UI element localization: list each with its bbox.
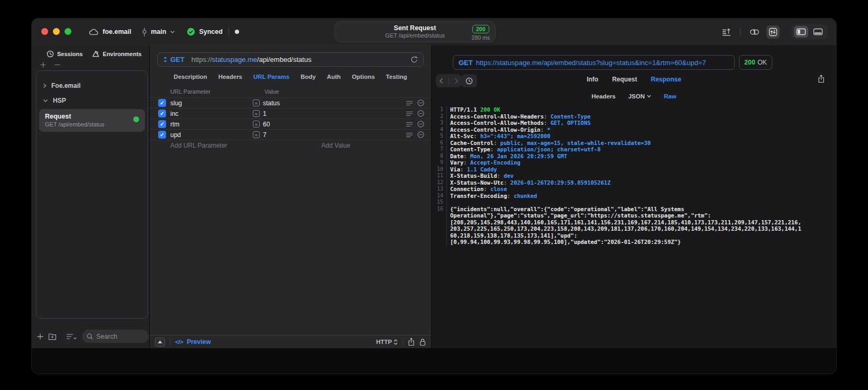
param-enabled-checkbox[interactable]: ✓ xyxy=(158,131,166,139)
request-tab-testing[interactable]: Testing xyxy=(386,74,407,80)
param-value[interactable]: status xyxy=(263,99,406,107)
add-param-name-placeholder[interactable]: Add URL Parameter xyxy=(170,142,227,149)
response-subtab-json[interactable]: JSON xyxy=(628,93,651,99)
response-tab-request[interactable]: Request xyxy=(612,76,637,83)
stepper-chevrons-icon xyxy=(394,339,398,345)
response-raw-view[interactable]: 1HTTP/1.1 200 OK2Access-Control-Allow-He… xyxy=(432,104,836,348)
param-row[interactable]: ✓slug=status xyxy=(150,97,431,108)
request-tab-description[interactable]: Description xyxy=(173,74,207,80)
param-enabled-checkbox[interactable]: ✓ xyxy=(158,110,166,117)
activity-pill[interactable]: Sent Request GET /api/embed/status 200 2… xyxy=(334,21,496,42)
branch-name[interactable]: main xyxy=(151,28,166,35)
request-list-item-selected[interactable]: Request GET /api/embed/status xyxy=(39,109,145,132)
column-url-parameter: URL Parameter xyxy=(170,88,211,95)
bottom-panel-toggle-icon[interactable] xyxy=(811,26,825,38)
chevron-down-icon[interactable] xyxy=(170,30,175,34)
param-value[interactable]: 60 xyxy=(263,121,406,128)
protocol-select[interactable]: HTTP xyxy=(376,339,398,345)
sent-url: https://statuspage.me/api/embed/status?s… xyxy=(476,59,706,67)
line-content: Alt-Svc: h3=":443"; ma=2592000 xyxy=(450,133,551,140)
param-enabled-checkbox[interactable]: ✓ xyxy=(158,99,166,107)
add-param-value-placeholder[interactable]: Add Value xyxy=(322,142,351,149)
url-text[interactable]: https://statuspage.me/api/embed/status xyxy=(191,56,312,64)
sent-request-url-box[interactable]: GET https://statuspage.me/api/embed/stat… xyxy=(453,55,735,70)
request-tab-headers[interactable]: Headers xyxy=(218,74,242,80)
request-editor-footer: </> Preview HTTP xyxy=(150,335,431,348)
sidebar-toggle-icon[interactable] xyxy=(794,26,808,38)
remove-session-button[interactable] xyxy=(54,62,60,69)
row-options-icon[interactable] xyxy=(406,101,413,106)
request-tab-url-params[interactable]: URL Params xyxy=(253,74,289,80)
add-session-button[interactable] xyxy=(40,62,46,69)
url-path: /api/embed/status xyxy=(257,56,312,64)
search-box[interactable] xyxy=(82,330,149,343)
import-export-icon[interactable] xyxy=(720,26,733,38)
code-preview-icon[interactable]: </> xyxy=(175,339,183,345)
remove-row-icon[interactable] xyxy=(417,110,424,117)
row-options-icon[interactable] xyxy=(406,132,413,138)
param-value[interactable]: 7 xyxy=(263,131,406,139)
row-options-icon[interactable] xyxy=(406,122,413,127)
param-row[interactable]: ✓upd=7 xyxy=(150,129,431,140)
remove-row-icon[interactable] xyxy=(417,121,424,128)
subtab-label: Raw xyxy=(664,93,677,99)
response-tab-info[interactable]: Info xyxy=(587,76,598,83)
search-input[interactable] xyxy=(96,333,144,340)
param-enabled-checkbox[interactable]: ✓ xyxy=(158,120,166,128)
request-response-toggle-icon[interactable] xyxy=(766,25,780,39)
code-line: 15 xyxy=(432,199,836,206)
zoom-window-button[interactable] xyxy=(65,28,71,35)
remove-row-icon[interactable] xyxy=(417,131,424,138)
line-number: 14 xyxy=(432,193,447,199)
method-stepper-icon[interactable] xyxy=(163,56,168,63)
export-response-icon[interactable] xyxy=(818,75,825,83)
param-name[interactable]: slug xyxy=(170,99,253,107)
response-subtab-raw[interactable]: Raw xyxy=(664,93,677,99)
response-tab-response[interactable]: Response xyxy=(651,76,681,83)
line-number: 9 xyxy=(432,159,447,166)
share-icon[interactable] xyxy=(408,338,415,346)
line-number: 3 xyxy=(432,120,447,126)
collapse-panel-button[interactable] xyxy=(155,338,165,347)
resend-refresh-icon[interactable] xyxy=(410,56,418,64)
close-window-button[interactable] xyxy=(41,28,48,35)
add-param-row[interactable]: Add URL Parameter Add Value xyxy=(150,140,431,151)
preview-button[interactable]: Preview xyxy=(187,338,211,346)
param-name[interactable]: upd xyxy=(170,131,253,139)
sync-status[interactable]: Synced xyxy=(199,28,222,35)
sync-loop-icon[interactable] xyxy=(747,26,762,38)
request-duration: 280 ms xyxy=(472,34,490,41)
sort-filter-icon[interactable] xyxy=(66,333,77,340)
new-folder-icon[interactable] xyxy=(48,333,57,340)
request-editor-panel: GET https://statuspage.me/api/embed/stat… xyxy=(149,45,432,348)
response-status-code: 200 xyxy=(744,59,755,66)
add-request-button[interactable] xyxy=(37,333,43,340)
request-tab-options[interactable]: Options xyxy=(352,74,374,80)
lock-icon[interactable] xyxy=(419,338,426,346)
equals-icon: = xyxy=(253,121,260,128)
footer-divider xyxy=(170,338,170,346)
minimize-window-button[interactable] xyxy=(53,28,60,35)
group-foe-email[interactable]: Foe.email xyxy=(36,78,148,93)
request-tab-body[interactable]: Body xyxy=(300,74,316,80)
param-name[interactable]: inc xyxy=(170,110,253,117)
group-hsp[interactable]: HSP xyxy=(36,93,148,108)
param-name[interactable]: rtm xyxy=(170,121,253,128)
tab-environments[interactable]: Environments xyxy=(92,50,141,58)
row-options-icon[interactable] xyxy=(406,111,413,116)
param-row[interactable]: ✓rtm=60 xyxy=(150,119,431,129)
code-line: 3Access-Control-Allow-Methods: GET, OPTI… xyxy=(432,120,836,126)
remove-row-icon[interactable] xyxy=(417,99,424,106)
request-url-bar[interactable]: GET https://statuspage.me/api/embed/stat… xyxy=(157,52,424,67)
response-subtab-headers[interactable]: Headers xyxy=(591,93,615,99)
code-line: Operational"},"page":"status","page_url"… xyxy=(432,212,836,219)
project-name[interactable]: foe.email xyxy=(103,28,131,35)
request-tab-auth[interactable]: Auth xyxy=(327,74,341,80)
param-value[interactable]: 1 xyxy=(263,110,406,117)
line-number xyxy=(432,225,447,232)
tab-sessions[interactable]: Sessions xyxy=(47,50,83,58)
param-row[interactable]: ✓inc=1 xyxy=(150,108,431,119)
toolbar-divider xyxy=(740,28,741,36)
column-value: Value xyxy=(264,88,279,95)
method-select[interactable]: GET xyxy=(170,56,185,64)
